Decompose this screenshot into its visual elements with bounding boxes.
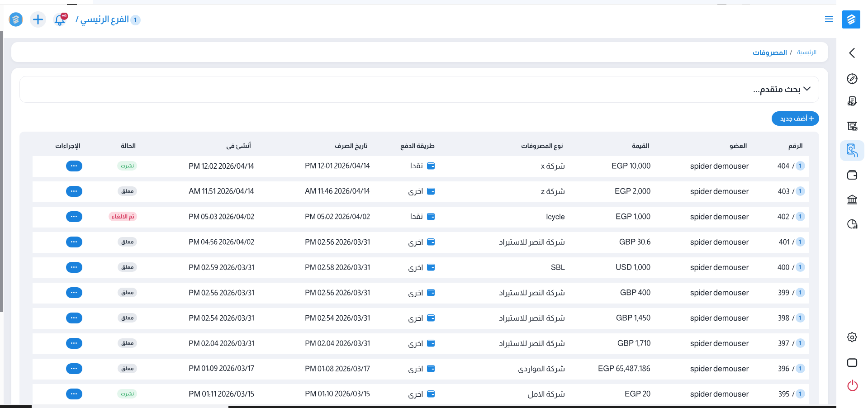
svg-text:+9: +9 <box>62 14 66 18</box>
